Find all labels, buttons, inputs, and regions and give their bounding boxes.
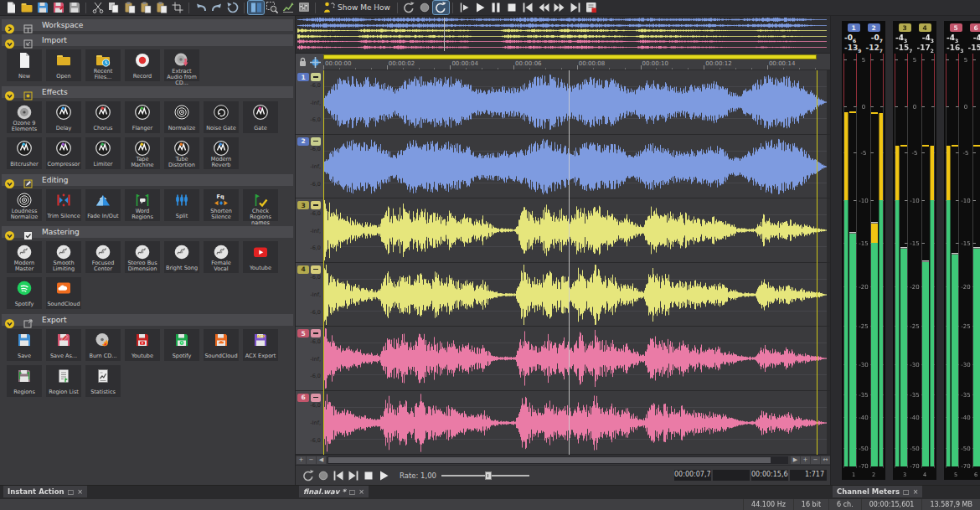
action-tile-check-regions-names[interactable]: Check Regions names <box>243 189 278 221</box>
toolbar-paste-to-new-button[interactable] <box>153 1 169 14</box>
action-tile-record[interactable]: Record <box>125 49 160 81</box>
zoom-out-button[interactable]: − <box>307 456 316 464</box>
action-tile-normalize[interactable]: Normalize <box>164 101 199 133</box>
transport-record-button[interactable] <box>316 468 331 482</box>
toolbar-mixer-window-button[interactable] <box>296 1 312 14</box>
action-tile-spotify[interactable]: Spotify <box>7 277 42 309</box>
action-tile-soundcloud[interactable]: SoundCloud <box>204 329 239 361</box>
channel-number-badge[interactable]: 6 <box>297 394 309 402</box>
transport-go-to-start-button[interactable] <box>331 468 346 482</box>
channel-number-badge[interactable]: 1 <box>297 73 309 81</box>
toolbar-pause-button[interactable] <box>488 1 504 14</box>
zoom-in-button[interactable]: + <box>297 456 306 464</box>
toolbar-play-button[interactable] <box>472 1 488 14</box>
waveform-area-6[interactable] <box>323 391 827 455</box>
close-doc-icon[interactable]: × <box>358 488 364 496</box>
chevron-down-icon[interactable] <box>5 88 14 97</box>
tab-document-final-wav[interactable]: final.wav *□× <box>299 486 369 497</box>
cursor-time-display[interactable]: 00:00:07,720 <box>674 470 711 481</box>
toolbar-stop-button[interactable] <box>504 1 520 14</box>
channel-number-badge[interactable]: 5 <box>297 329 309 337</box>
toolbar-redo-button[interactable] <box>209 1 224 14</box>
float-doc-icon[interactable]: □ <box>349 488 356 496</box>
action-tile-loudness-normalize[interactable]: Loudness Normalize <box>7 189 42 221</box>
action-tile-bright-song[interactable]: Bright Song <box>164 241 199 273</box>
channel-minimize-button[interactable] <box>311 265 321 274</box>
action-tile-smooth-limiting[interactable]: Smooth Limiting <box>46 241 81 273</box>
section-header-import[interactable]: Import <box>2 34 293 46</box>
toolbar-docked-windows-button[interactable] <box>248 1 264 14</box>
action-tile-flanger[interactable]: Flanger <box>125 101 160 133</box>
overview-strip[interactable] <box>296 16 830 54</box>
toolbar-record-marker-button[interactable] <box>584 1 600 14</box>
waveform-canvas-2[interactable] <box>323 135 827 198</box>
channel-minimize-button[interactable] <box>311 329 321 337</box>
meter-channel-badge-1[interactable]: 1 <box>848 23 860 32</box>
toolbar-save-button[interactable] <box>34 1 50 14</box>
action-tile-acx-export[interactable]: ACXACX Export <box>243 329 278 361</box>
waveform-canvas-1[interactable] <box>323 70 827 134</box>
action-tile-youtube[interactable]: Youtube <box>243 241 278 273</box>
close-meters-icon[interactable]: × <box>913 488 919 496</box>
chevron-down-icon[interactable] <box>5 316 14 325</box>
channel-minimize-button[interactable] <box>311 201 321 209</box>
waveform-canvas-6[interactable] <box>323 391 827 455</box>
toolbar-cut-button[interactable] <box>90 1 106 14</box>
transport-play-button[interactable] <box>376 468 391 482</box>
action-tile-youtube[interactable]: Youtube <box>125 329 160 361</box>
toolbar-save-as-button[interactable] <box>50 1 66 14</box>
action-tile-save[interactable]: Save <box>7 329 42 361</box>
selection-extra-display[interactable] <box>713 470 750 481</box>
scrollbar-thumb[interactable] <box>328 457 771 463</box>
scrollbar-track[interactable] <box>328 456 788 464</box>
toolbar-statistics-button[interactable] <box>280 1 296 14</box>
action-tile-word-regions[interactable]: Word Regions <box>125 189 160 221</box>
tab-channel-meters[interactable]: Channel Meters□× <box>833 486 922 497</box>
toolbar-play-from-cursor-button[interactable] <box>456 1 472 14</box>
waveform-area-4[interactable] <box>323 263 827 327</box>
float-panel-icon[interactable]: □ <box>68 488 75 496</box>
action-tile-extract-audio-from-cd[interactable]: Extract Audio from CD... <box>164 49 199 81</box>
action-tile-limiter[interactable]: Limiter <box>85 137 121 169</box>
channel-minimize-button[interactable] <box>311 394 321 402</box>
chevron-right-icon[interactable] <box>5 21 14 30</box>
waveform-canvas-3[interactable] <box>323 198 827 262</box>
action-tile-gate[interactable]: Gate <box>243 101 278 133</box>
action-tile-burn-cd[interactable]: Burn CD... <box>85 329 121 361</box>
channel-minimize-button[interactable] <box>311 137 321 146</box>
section-header-mastering[interactable]: Mastering <box>2 226 293 238</box>
overview-waveform-canvas[interactable] <box>296 16 830 53</box>
toolbar-copy-button[interactable] <box>106 1 121 14</box>
channel-number-badge[interactable]: 4 <box>297 265 309 274</box>
toolbar-undo-history-button[interactable] <box>224 1 240 14</box>
zoom-fit-button[interactable]: ↔ <box>821 456 830 464</box>
waveform-canvas-5[interactable] <box>323 327 827 390</box>
channel-number-badge[interactable]: 3 <box>297 201 309 209</box>
transport-stop-button[interactable] <box>361 468 376 482</box>
action-tile-fade-in-out[interactable]: Fade In/Out <box>85 189 121 221</box>
chevron-down-icon[interactable] <box>5 228 14 237</box>
chevron-down-icon[interactable] <box>5 176 14 185</box>
meter-channel-badge-4[interactable]: 4 <box>919 23 931 32</box>
waveform-area-3[interactable] <box>323 198 827 262</box>
action-tile-stereo-bus-dimension[interactable]: Stereo Bus Dimension <box>125 241 160 273</box>
action-tile-tape-machine[interactable]: Tape Machine <box>125 137 160 169</box>
close-panel-icon[interactable]: × <box>77 488 83 496</box>
section-header-effects[interactable]: Effects <box>2 86 293 98</box>
lock-icon[interactable] <box>298 57 307 67</box>
waveform-area-2[interactable] <box>323 135 827 198</box>
action-tile-compressor[interactable]: Compressor <box>46 137 81 169</box>
toolbar-new-button[interactable] <box>3 1 18 14</box>
action-tile-open[interactable]: Open <box>46 49 81 81</box>
rate-slider[interactable] <box>441 471 529 480</box>
event-tool-icon[interactable] <box>310 57 321 68</box>
action-tile-female-vocal[interactable]: Female Vocal <box>204 241 239 273</box>
toolbar-record-options-button[interactable] <box>417 1 433 14</box>
meter-channel-badge-3[interactable]: 3 <box>899 23 911 32</box>
action-tile-shorten-silence[interactable]: FqShorten Silence <box>204 189 239 221</box>
selection-length-display[interactable]: 1:717 <box>790 470 827 481</box>
scroll-right-button[interactable]: ▶ <box>791 456 800 464</box>
toolbar-loop-selection-button[interactable] <box>433 1 449 14</box>
waveform-area-1[interactable] <box>323 70 827 134</box>
action-tile-tube-distortion[interactable]: Tube Distortion <box>164 137 199 169</box>
